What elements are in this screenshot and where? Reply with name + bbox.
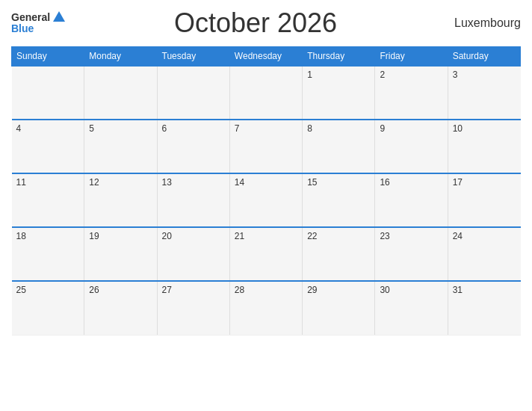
day-number: 26 — [89, 285, 99, 295]
calendar-table: SundayMondayTuesdayWednesdayThursdayFrid… — [11, 46, 521, 336]
calendar-cell: 13 — [157, 173, 229, 227]
day-number: 16 — [380, 177, 389, 188]
calendar-cell: 25 — [12, 281, 84, 335]
weekday-header-row: SundayMondayTuesdayWednesdayThursdayFrid… — [12, 47, 521, 67]
day-number: 12 — [89, 177, 99, 188]
day-number: 8 — [307, 123, 312, 134]
week-row-5: 25262728293031 — [12, 281, 521, 335]
calendar-cell: 17 — [448, 173, 520, 227]
day-number: 31 — [453, 285, 463, 295]
weekday-header-tuesday: Tuesday — [157, 47, 229, 67]
calendar-cell: 27 — [157, 281, 229, 335]
calendar-cell: 29 — [303, 281, 375, 335]
day-number: 17 — [453, 177, 463, 188]
calendar-cell: 14 — [229, 173, 302, 227]
calendar-cell: 16 — [375, 173, 448, 227]
calendar-cell: 6 — [157, 120, 229, 173]
calendar-cell: 9 — [375, 120, 448, 173]
calendar-cell — [157, 66, 229, 120]
weekday-header-friday: Friday — [375, 47, 448, 67]
day-number: 20 — [162, 231, 172, 241]
calendar-cell: 11 — [12, 173, 84, 227]
calendar-cell: 18 — [12, 227, 84, 281]
calendar-cell: 28 — [229, 281, 302, 335]
day-number: 7 — [235, 123, 240, 134]
calendar-cell: 4 — [12, 120, 84, 173]
logo-general: General — [11, 12, 50, 23]
day-number: 13 — [162, 177, 172, 188]
day-number: 21 — [235, 231, 244, 241]
day-number: 25 — [16, 285, 26, 295]
day-number: 11 — [16, 177, 26, 188]
week-row-3: 11121314151617 — [12, 173, 521, 227]
week-row-2: 45678910 — [12, 120, 521, 173]
calendar-cell: 26 — [84, 281, 157, 335]
calendar-cell: 1 — [303, 66, 375, 120]
calendar-container: General Blue October 2026 Luxembourg Sun… — [0, 0, 532, 411]
calendar-cell — [12, 66, 84, 120]
calendar-cell — [229, 66, 302, 120]
day-number: 15 — [307, 177, 317, 188]
day-number: 14 — [235, 177, 244, 188]
calendar-title: October 2026 — [65, 7, 446, 39]
day-number: 22 — [307, 231, 317, 241]
day-number: 3 — [453, 69, 458, 80]
weekday-header-wednesday: Wednesday — [229, 47, 302, 67]
country-label: Luxembourg — [446, 16, 521, 30]
weekday-header-thursday: Thursday — [303, 47, 375, 67]
calendar-cell: 2 — [375, 66, 448, 120]
logo-blue: Blue — [11, 23, 34, 34]
calendar-cell: 21 — [229, 227, 302, 281]
day-number: 6 — [162, 123, 167, 134]
weekday-header-saturday: Saturday — [448, 47, 520, 67]
week-row-4: 18192021222324 — [12, 227, 521, 281]
calendar-cell: 30 — [375, 281, 448, 335]
day-number: 4 — [16, 123, 22, 134]
day-number: 1 — [307, 69, 312, 80]
calendar-cell: 23 — [375, 227, 448, 281]
day-number: 27 — [162, 285, 172, 295]
calendar-cell: 12 — [84, 173, 157, 227]
calendar-cell: 5 — [84, 120, 157, 173]
day-number: 5 — [89, 123, 94, 134]
day-number: 2 — [380, 69, 385, 80]
weekday-header-monday: Monday — [84, 47, 157, 67]
calendar-cell: 24 — [448, 227, 520, 281]
day-number: 19 — [89, 231, 99, 241]
day-number: 18 — [16, 231, 26, 241]
weekday-header-sunday: Sunday — [12, 47, 84, 67]
day-number: 28 — [235, 285, 244, 295]
calendar-cell: 31 — [448, 281, 520, 335]
day-number: 24 — [453, 231, 463, 241]
calendar-cell: 10 — [448, 120, 520, 173]
calendar-cell: 7 — [229, 120, 302, 173]
calendar-cell: 20 — [157, 227, 229, 281]
calendar-cell: 22 — [303, 227, 375, 281]
calendar-cell: 19 — [84, 227, 157, 281]
header: General Blue October 2026 Luxembourg — [11, 7, 521, 39]
logo: General Blue — [11, 12, 65, 35]
day-number: 30 — [380, 285, 389, 295]
logo-triangle-icon — [53, 11, 65, 22]
day-number: 9 — [380, 123, 385, 134]
calendar-cell: 8 — [303, 120, 375, 173]
day-number: 23 — [380, 231, 389, 241]
calendar-cell: 15 — [303, 173, 375, 227]
calendar-cell — [84, 66, 157, 120]
calendar-cell: 3 — [448, 66, 520, 120]
day-number: 29 — [307, 285, 317, 295]
day-number: 10 — [453, 123, 463, 134]
week-row-1: 123 — [12, 66, 521, 120]
